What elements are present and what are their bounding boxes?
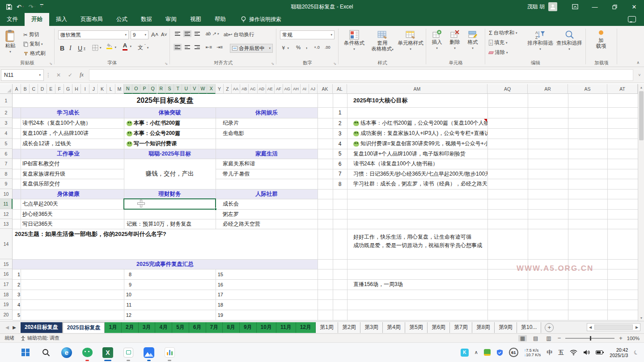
column-header-F[interactable]: F [55,84,64,94]
start-button[interactable] [20,347,31,358]
comment-icon[interactable] [628,16,636,22]
formula-input[interactable] [89,69,633,81]
cell-styles-button[interactable]: 单元格样式▾ [397,29,424,52]
user-name[interactable]: 茂聪 胡 [527,3,545,11]
column-header-AK[interactable]: AK [318,84,333,94]
column-header-AI[interactable]: AI [301,84,309,94]
row-header-11[interactable]: 11 [0,199,13,209]
format-as-table-button[interactable]: 套用表格格式▾ [369,29,396,52]
column-header-X[interactable]: X [207,84,216,94]
column-header-T[interactable]: T [174,84,182,94]
font-family-select[interactable]: 微软雅黑▾ [58,30,129,39]
borders-button[interactable]: ▾ [92,45,102,51]
column-header-J[interactable]: J [89,84,98,94]
goal-number-8[interactable]: 8 [333,179,347,189]
summary-num-a-5[interactable]: 5 [13,310,20,320]
column-header-AF[interactable]: AF [275,84,283,94]
row-header-9[interactable]: 9 [0,179,13,189]
column-header-AB[interactable]: AB [240,84,249,94]
row-header-6[interactable]: 6 [0,149,13,159]
bold-button[interactable]: B [60,45,64,52]
comma-style-icon[interactable]: , [306,44,307,49]
summary-num-b-1[interactable]: 8 [124,269,131,279]
summary-num-c-3[interactable]: 17 [216,290,223,299]
sheet-tab-11月[interactable]: 11月 [276,322,296,333]
column-header-O[interactable]: O [132,84,141,94]
sheet-tab-5月[interactable]: 5月 [172,322,189,333]
wrap-text-button[interactable]: ab↩自动换行 [224,31,254,38]
accessibility-status[interactable]: 辅助功能: 调查 [21,335,59,341]
stats-app-button[interactable] [164,347,175,358]
zoom-slider-thumb[interactable] [590,336,591,341]
vertical-scroll-thumb[interactable] [639,91,644,140]
ime-indicator[interactable]: 中 [547,349,552,357]
cell-learn-2[interactable]: 复盘100讲，个人品牌100讲 [21,128,124,139]
tab-page-layout[interactable]: 页面布局 [74,13,110,26]
percent-style-icon[interactable]: % [296,45,301,50]
merge-center-button[interactable]: 合并后居中▾ [230,44,273,53]
column-header-L[interactable]: L [107,84,115,94]
column-header-D[interactable]: D [38,84,47,94]
column-header-H[interactable]: H [72,84,81,94]
increase-decimal-icon[interactable]: +.0 [314,45,320,50]
column-header-AJ[interactable]: AJ [309,84,318,94]
header-health[interactable]: 身体健康 [13,189,124,199]
align-right-icon[interactable] [193,44,201,51]
fill-color-button[interactable]: ▾ [106,43,112,49]
tab-formulas[interactable]: 公式 [110,13,134,26]
font-size-select[interactable]: 9▾ [131,30,148,39]
goal-text-3[interactable]: 成功案例：复盘家族10人+IP3人)，公众号专栏+直播访谈 [347,128,487,139]
expand-formula-bar-icon[interactable]: ˅ [635,73,644,77]
sheet-tab-4月[interactable]: 4月 [155,322,172,333]
decrease-decimal-icon[interactable]: .00 [325,45,330,50]
align-left-icon[interactable] [174,44,182,51]
column-header-AL[interactable]: AL [333,84,347,94]
decrease-indent-icon[interactable]: ⇤≡ [206,45,212,50]
tab-review[interactable]: 审阅 [159,13,183,26]
column-header-Q[interactable]: Q [149,84,157,94]
column-header-AA[interactable]: AA [232,84,240,94]
vertical-scrollbar[interactable]: ▲ ▼ [638,84,644,321]
cell-leisure-1[interactable]: 纪录片 [216,118,318,128]
format-cells-button[interactable]: 格式▾ [465,29,481,51]
tab-insert[interactable]: 插入 [49,13,74,26]
minimize-button[interactable]: — [585,0,605,13]
alignment-dialog-launcher[interactable]: ⇘ [271,62,274,66]
goal-number-4[interactable]: 4 [333,139,347,149]
sheet-tab-第4周[interactable]: 第4周 [383,322,405,333]
number-format-select[interactable]: 常规▾ [280,30,335,39]
column-header-S[interactable]: S [165,84,174,94]
column-header-P[interactable]: P [140,84,149,94]
row-header-19[interactable]: 19 [0,299,13,310]
insert-function-icon[interactable]: fx [76,72,87,78]
search-button[interactable] [40,347,52,358]
insert-cells-button[interactable]: 插入▾ [429,29,445,51]
summary-num-c-5[interactable]: 19 [216,310,223,320]
sheet-tab-第6周[interactable]: 第6周 [428,322,450,333]
goal-number-3[interactable]: 3 [333,128,347,139]
underline-button[interactable]: U▾ [78,45,85,52]
tab-file[interactable]: 文件 [0,13,25,26]
row-header-1[interactable]: 1 [0,94,13,107]
sheet-tab-3月[interactable]: 3月 [139,322,156,333]
goal-number-2[interactable]: 2 [333,118,347,128]
zoom-in-icon[interactable]: + [619,335,623,341]
cloud-app-button[interactable] [143,347,155,358]
header-learning[interactable]: 学习成长 [13,107,124,118]
cell-work-1[interactable]: IP创富私教交付 [21,159,124,169]
tab-view[interactable]: 视图 [183,13,208,26]
column-header-V[interactable]: V [191,84,199,94]
network-speed[interactable]: ↑7.5 K/s↓10.7 K/s [524,348,541,357]
number-dialog-launcher[interactable]: ⇘ [333,62,336,66]
column-header-W[interactable]: W [199,84,208,94]
column-header-A[interactable]: A [13,84,21,94]
sheet-tab-12月[interactable]: 12月 [296,322,316,333]
security-shield-icon[interactable] [496,349,503,356]
page-layout-view-icon[interactable]: ▤ [531,335,540,341]
tab-data[interactable]: 数据 [134,13,159,26]
font-color-button[interactable]: A▾ [123,42,127,51]
align-bottom-icon[interactable] [193,30,201,37]
scroll-left-icon[interactable]: ◀ [587,325,593,329]
header-family[interactable]: 家庭生活 [216,149,318,159]
column-header-M[interactable]: M [115,84,124,94]
